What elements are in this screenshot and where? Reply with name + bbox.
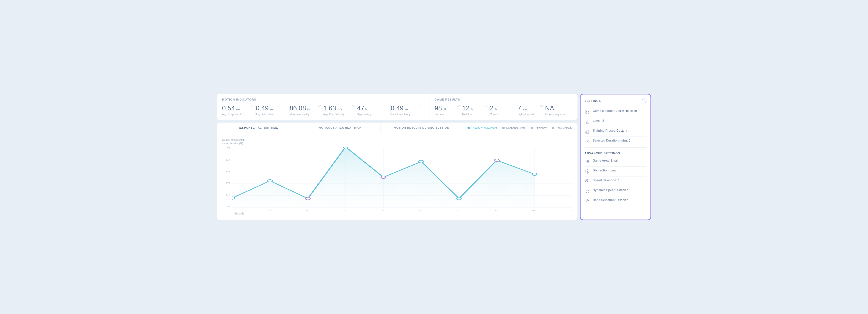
x-axis: 51015202530354045: [222, 209, 572, 212]
y-tick: 20%: [222, 159, 230, 161]
metric-info-longest-sequence[interactable]: ⓘ: [568, 105, 570, 108]
setting-label-game-module: Game Module:: [593, 109, 614, 113]
metric-unit-misses: %: [494, 107, 498, 111]
advanced-settings-header[interactable]: ADVANCED SETTINGS ⌄: [585, 149, 646, 157]
chart-point: [232, 197, 235, 199]
metric-success: 98 % Success ⓘ: [435, 105, 462, 116]
game-results-section: GAME RESULTS 98 % Success ⓘ 12 % Mistake…: [429, 94, 578, 120]
legend-response-time[interactable]: Response Time: [502, 126, 526, 129]
adv-setting-game-area: Game Area: Small: [585, 157, 646, 167]
stopwatch-icon: [585, 188, 590, 194]
legend-dot-response-time: [502, 127, 505, 129]
dashboard: MOTION INDICATORS 0.54sec Avg. Response …: [217, 94, 651, 220]
svg-point-25: [587, 160, 588, 160]
adv-setting-hand-selection: Hand Selection: Disabled: [585, 196, 646, 206]
metric-avg-action-time: 0.49sec Avg. Action time ⓘ: [256, 105, 289, 116]
metric-label-success: Success: [435, 113, 458, 116]
metric-value-hyperactivity: 47%: [357, 105, 386, 112]
setting-training-preset: Training Preset: Custom: [585, 127, 646, 137]
x-tick: 45: [570, 209, 572, 212]
main-panel: MOTION INDICATORS 0.54sec Avg. Response …: [217, 94, 578, 220]
svg-rect-21: [587, 131, 588, 134]
metric-value-success: 98 %: [435, 105, 458, 112]
metric-avg-response-time: 0.54sec Avg. Response Time ⓘ: [222, 105, 256, 116]
metric-info-partial-impulsivity[interactable]: ⓘ: [420, 105, 422, 108]
grid-icon: [585, 109, 590, 115]
metric-info-avg-response-time[interactable]: ⓘ: [251, 105, 253, 108]
metric-unit-highest-speed: sec: [522, 107, 528, 111]
motion-indicators-title: MOTION INDICATORS: [222, 98, 424, 101]
x-tick: 15: [343, 209, 346, 212]
legend-quality-of-movement[interactable]: Quality of Movement: [467, 126, 497, 129]
advanced-settings-items: Game Area: Small Distraction: Low Speed …: [585, 157, 646, 206]
metric-value-avg-peak-velocity: 1.63m/s: [323, 105, 352, 112]
metric-unit-hyperactivity: %: [365, 107, 368, 111]
metric-info-avg-peak-velocity[interactable]: ⓘ: [352, 105, 355, 108]
metric-highest-speed: 7 sec Highest speed ⓘ: [518, 105, 545, 116]
motion-indicators-section: MOTION INDICATORS 0.54sec Avg. Response …: [217, 94, 429, 120]
metric-value-partial-impulsivity: 0.49sec: [391, 105, 420, 112]
metric-info-avg-action-time[interactable]: ⓘ: [285, 105, 287, 108]
chart-point: [306, 197, 310, 200]
metric-value-longest-sequence: NA: [545, 105, 568, 112]
chart-point: [419, 160, 424, 163]
svg-rect-19: [588, 112, 589, 113]
metric-value-highest-speed: 7 sec: [518, 105, 541, 112]
adv-setting-value-dynamic-speed: Enabled: [617, 188, 628, 192]
settings-divider: [585, 147, 646, 148]
metric-info-success[interactable]: ⓘ: [457, 105, 460, 108]
adv-setting-label-speed-selection: Speed Selection:: [593, 178, 617, 182]
adv-setting-distraction: Distraction: Low: [585, 167, 646, 176]
metric-hyperactivity: 47% Hyperactivity ⓘ: [357, 105, 391, 116]
svg-point-24: [586, 160, 586, 160]
tab-workout-area-heat-map[interactable]: WORKOUT AREA HEAT MAP: [299, 123, 381, 133]
metric-info-mistakes[interactable]: ⓘ: [485, 105, 488, 108]
metric-value-misses: 2 %: [490, 105, 513, 112]
x-label: Seconds: [222, 212, 572, 215]
setting-value-game-module: Choice Reaction: [615, 109, 637, 113]
adv-setting-dynamic-speed: Dynamic Speed: Enabled: [585, 186, 646, 196]
legend-efficiency[interactable]: Efficiency: [531, 126, 547, 129]
tab-motion-results-session[interactable]: MOTION RESULTS DURING SESSION: [381, 123, 462, 133]
metric-info-misses[interactable]: ⓘ: [513, 105, 515, 108]
svg-point-28: [587, 161, 588, 162]
metric-label-avg-action-time: Avg. Action time: [256, 113, 285, 116]
metric-label-longest-sequence: Longest sequence: [545, 113, 568, 116]
chart-area: Quality of movementduring session (%) 10…: [217, 133, 578, 220]
metric-label-partial-impulsivity: Partial Impulsivity: [391, 113, 420, 116]
svg-point-32: [588, 163, 589, 163]
legend-peak-velocity[interactable]: Peak Velocity: [552, 126, 572, 129]
dots-grid-icon: [585, 159, 590, 164]
tabs-card: RESPONSE / ACTION TIMEWORKOUT AREA HEAT …: [217, 123, 578, 220]
legend-dot-peak-velocity: [552, 127, 554, 129]
x-tick: 10: [306, 209, 309, 212]
chart-plot: [232, 147, 572, 208]
svg-rect-22: [588, 130, 589, 134]
legend-label-efficiency: Efficiency: [535, 126, 547, 129]
x-tick: 5: [270, 209, 271, 212]
tabs-header: RESPONSE / ACTION TIMEWORKOUT AREA HEAT …: [217, 123, 462, 133]
metric-mistakes: 12 % Mistakes ⓘ: [462, 105, 490, 116]
adv-setting-label-distraction: Distraction:: [593, 169, 610, 172]
setting-label-training-preset: Training Preset:: [593, 129, 616, 133]
y-tick: 60%: [222, 182, 230, 184]
metric-info-hyperactivity[interactable]: ⓘ: [386, 105, 389, 108]
metric-unit-avg-action-time: sec: [270, 107, 275, 111]
metric-info-highest-speed[interactable]: ⓘ: [540, 105, 543, 108]
chart-point: [532, 173, 537, 175]
metric-unit-movement-quality: %: [307, 107, 310, 111]
level-icon: [585, 119, 590, 125]
setting-selected-duration: Selected Duration (min): 5: [585, 137, 646, 146]
x-tick: 40: [532, 209, 535, 212]
svg-point-26: [588, 160, 589, 160]
metric-info-movement-quality[interactable]: ⓘ: [318, 105, 321, 108]
metric-label-avg-response-time: Avg. Response Time: [222, 113, 251, 116]
svg-rect-18: [586, 112, 587, 113]
x-tick: 30: [457, 209, 459, 212]
tab-response-action-time[interactable]: RESPONSE / ACTION TIME: [217, 123, 299, 133]
settings-info-button[interactable]: i: [642, 99, 646, 103]
metric-misses: 2 % Misses ⓘ: [490, 105, 518, 116]
y-axis-label: Quality of movementduring session (%): [222, 138, 572, 145]
metric-label-mistakes: Mistakes: [462, 113, 486, 116]
adv-setting-label-dynamic-speed: Dynamic Speed:: [593, 188, 616, 192]
